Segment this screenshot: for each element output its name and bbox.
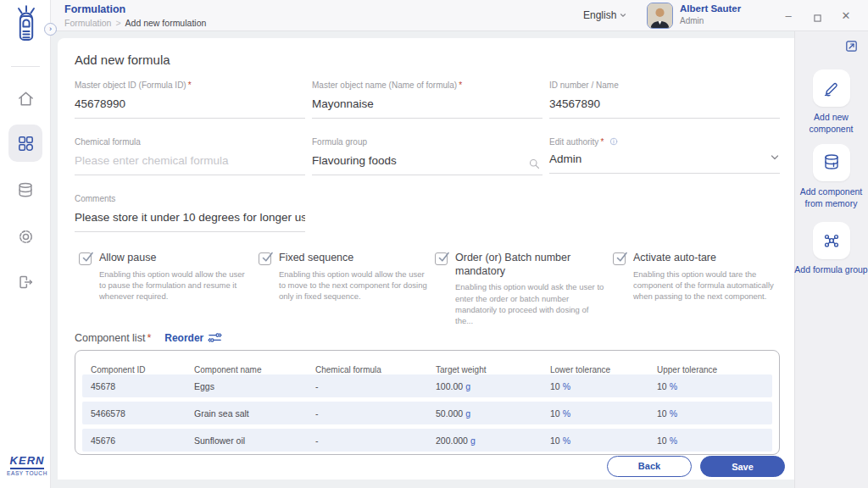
add-formula-group-button[interactable] (813, 222, 850, 259)
sidebar-expand-button[interactable]: › (44, 23, 57, 36)
cell-component-name: Sunflower oil (194, 435, 315, 446)
pencil-component-icon (821, 78, 842, 98)
action-label: Add new component (794, 112, 868, 135)
breadcrumb-separator: > (115, 18, 120, 28)
form-heading: Add new formula (75, 53, 170, 67)
order-batch-checkbox[interactable] (435, 252, 448, 265)
breadcrumb: Formulation>Add new formulation (64, 18, 206, 28)
col-header: Chemical formula (315, 365, 436, 374)
breadcrumb-parent[interactable]: Formulation (64, 18, 111, 28)
user-name[interactable]: Albert Sauter (680, 3, 741, 14)
field-chemical-formula: Chemical formula (75, 137, 305, 175)
language-selector[interactable]: English (583, 9, 627, 21)
table-row[interactable]: 45676 Sunflower oil - 200.000g 10% 10% (82, 429, 772, 452)
field-label: ID number / Name (549, 80, 780, 90)
reorder-button[interactable]: Reorder (164, 331, 222, 344)
language-label: English (583, 9, 616, 21)
field-comments: Comments (75, 194, 305, 232)
field-master-object-name: Master object name (Name of formula)* (312, 80, 542, 119)
back-button[interactable]: Back (607, 456, 692, 477)
check-icon (615, 250, 629, 264)
col-header: Component ID (91, 365, 194, 374)
edit-authority-select[interactable]: Admin (549, 152, 780, 174)
check-icon (437, 250, 451, 264)
col-header: Upper tolerance (657, 365, 779, 374)
component-table-card: Component ID Component name Chemical for… (75, 350, 780, 455)
field-edit-authority: Edit authority* Admin (549, 137, 780, 174)
avatar[interactable] (647, 3, 673, 29)
action-add-new-component[interactable]: Add new component (794, 69, 868, 135)
option-fixed-sequence: Fixed sequence Enabling this option woul… (259, 252, 428, 302)
add-component-from-memory-button[interactable] (813, 144, 850, 181)
id-number-input[interactable] (549, 97, 780, 119)
cell-chemical-formula: - (315, 381, 436, 391)
left-sidebar: KERN EASY TOUCH (0, 0, 51, 488)
action-add-component-from-memory[interactable]: Add component from memory (794, 144, 868, 209)
panel-expand-icon[interactable] (844, 39, 859, 53)
action-add-formula-group[interactable]: Add formula group (794, 222, 868, 276)
search-icon[interactable] (528, 158, 541, 174)
col-header: Target weight (436, 365, 550, 374)
sidebar-divider (11, 66, 40, 67)
check-icon (81, 250, 95, 264)
cell-lower-tolerance: 10% (550, 408, 657, 419)
table-row[interactable]: 45678 Eggs - 100.00g 10% 10% (82, 374, 772, 397)
sidebar-item-database[interactable] (8, 174, 42, 208)
window-maximize-button[interactable] (810, 9, 824, 23)
home-icon (16, 89, 36, 108)
option-allow-pause: Allow pause Enabling this option would a… (79, 252, 246, 302)
field-formula-group: Formula group (312, 137, 542, 175)
cell-lower-tolerance: 10% (550, 381, 657, 391)
save-button[interactable]: Save (700, 456, 785, 477)
cell-component-id: 45676 (91, 435, 194, 446)
memory-database-icon (821, 152, 842, 173)
kern-logo-tagline: EASY TOUCH (5, 470, 49, 476)
master-object-name-input[interactable] (312, 97, 542, 119)
field-label: Master object ID (Formula ID)* (75, 80, 305, 90)
molecule-group-icon (821, 230, 842, 251)
formula-group-input[interactable] (312, 154, 542, 175)
option-description: Enabling this option would tare the comp… (633, 269, 784, 302)
gear-icon (16, 227, 36, 247)
sidebar-item-logout[interactable] (8, 265, 42, 299)
field-label: Chemical formula (75, 137, 305, 147)
cell-upper-tolerance: 10% (657, 435, 772, 446)
cell-chemical-formula: - (315, 435, 436, 446)
cell-upper-tolerance: 10% (657, 408, 772, 419)
option-description: Enabling this option would ask the user … (455, 281, 606, 326)
cell-target-weight: 100.00g (436, 381, 550, 391)
top-header: Formulation Formulation>Add new formulat… (51, 0, 868, 31)
component-list-header: Component list* Reorder (75, 331, 222, 344)
comments-input[interactable] (75, 211, 305, 232)
field-label: Master object name (Name of formula)* (312, 80, 542, 90)
allow-pause-checkbox[interactable] (79, 252, 92, 265)
sidebar-item-settings[interactable] (8, 219, 42, 253)
chevron-down-icon (619, 11, 627, 19)
fixed-sequence-checkbox[interactable] (259, 252, 271, 265)
sidebar-item-modules[interactable] (8, 125, 42, 162)
auto-tare-checkbox[interactable] (613, 252, 626, 265)
master-object-id-input[interactable] (75, 97, 305, 119)
chevron-down-icon (770, 152, 780, 163)
action-label: Add component from memory (794, 186, 868, 209)
cell-component-id: 5466578 (91, 408, 194, 419)
sidebar-item-home[interactable] (8, 81, 42, 115)
database-icon (16, 181, 35, 200)
col-header: Component name (194, 365, 315, 374)
add-new-component-button[interactable] (813, 69, 850, 107)
field-master-object-id: Master object ID (Formula ID)* (75, 80, 305, 119)
info-icon[interactable] (609, 137, 618, 146)
chemical-formula-input[interactable] (75, 154, 305, 175)
check-icon (260, 250, 275, 264)
col-header: Lower tolerance (550, 365, 657, 374)
field-label: Formula group (312, 137, 542, 147)
table-header-row: Component ID Component name Chemical for… (75, 351, 779, 374)
window-minimize-button[interactable]: – (782, 9, 795, 23)
window-close-button[interactable]: ✕ (839, 9, 853, 23)
app-logo-icon (11, 4, 42, 47)
table-row[interactable]: 5466578 Grain sea salt - 50.000g 10% 10% (82, 402, 772, 424)
option-title: Order (or) Batch number mandatory (455, 252, 591, 278)
cell-target-weight: 50.000g (436, 408, 550, 419)
apps-grid-icon (16, 134, 36, 153)
option-order-batch-mandatory: Order (or) Batch number mandatory Enabli… (435, 252, 604, 326)
